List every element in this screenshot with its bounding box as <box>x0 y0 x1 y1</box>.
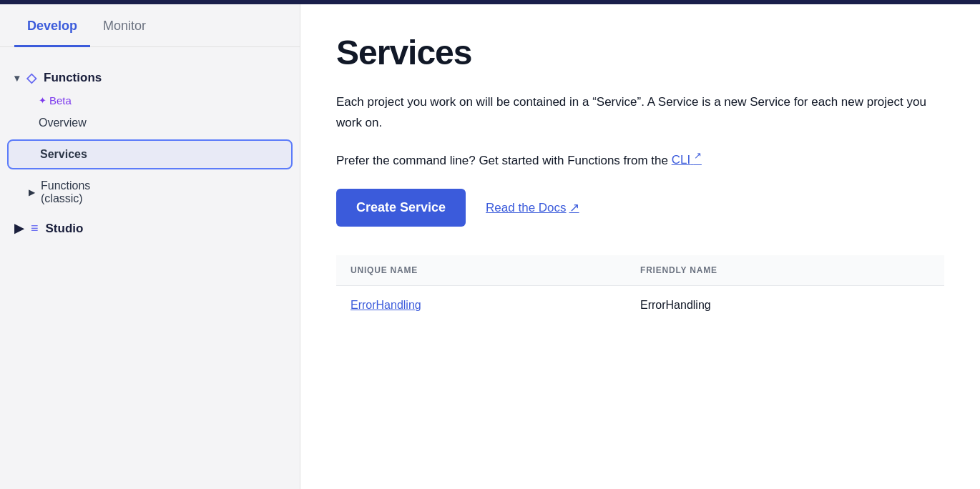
external-link-icon: ↗ <box>694 151 702 162</box>
nav-functions-classic-label: Functions(classic) <box>41 179 90 205</box>
chevron-down-icon: ▾ <box>14 72 19 84</box>
cli-link[interactable]: CLI ↗ <box>672 153 702 167</box>
sidebar-tabs: Develop Monitor <box>0 4 300 47</box>
service-link[interactable]: ErrorHandling <box>351 299 421 311</box>
tab-develop[interactable]: Develop <box>14 4 90 47</box>
nav-functions-classic[interactable]: ▶ Functions(classic) <box>0 172 300 212</box>
col-friendly-name: FRIENDLY NAME <box>640 265 930 275</box>
nav-section-functions: ▾ ◇ Functions ✦ Beta Overview Services ▶… <box>0 47 300 212</box>
read-docs-link[interactable]: Read the Docs ↗ <box>486 200 579 215</box>
beta-badge: ✦ Beta <box>0 92 300 109</box>
nav-functions-label: Functions <box>44 71 102 85</box>
tab-monitor[interactable]: Monitor <box>90 4 159 47</box>
external-link-icon-docs: ↗ <box>569 200 579 215</box>
cell-friendly-name: ErrorHandling <box>640 299 930 312</box>
col-unique-name: UNIQUE NAME <box>351 265 640 275</box>
table-row: ErrorHandling ErrorHandling <box>336 286 944 325</box>
functions-icon: ◇ <box>26 70 36 86</box>
beta-star-icon: ✦ <box>39 95 46 106</box>
cli-label: CLI <box>672 153 690 167</box>
top-stripe <box>0 0 980 4</box>
cli-description: Prefer the command line? Get started wit… <box>336 151 944 168</box>
read-docs-label: Read the Docs <box>486 201 566 215</box>
main-content: Services Each project you work on will b… <box>300 0 980 489</box>
nav-functions-header[interactable]: ▾ ◇ Functions <box>0 64 300 92</box>
cell-unique-name: ErrorHandling <box>351 299 640 312</box>
create-service-button[interactable]: Create Service <box>336 189 466 227</box>
chevron-right-icon: ▶ <box>14 221 24 236</box>
nav-studio-header[interactable]: ▶ ≡ Studio <box>0 212 300 244</box>
nav-studio-label: Studio <box>46 222 84 236</box>
description-text: Each project you work on will be contain… <box>336 92 944 134</box>
arrow-right-icon: ▶ <box>29 187 35 197</box>
services-table: UNIQUE NAME FRIENDLY NAME ErrorHandling … <box>336 255 944 325</box>
beta-label: Beta <box>49 94 72 107</box>
studio-icon: ≡ <box>31 221 39 236</box>
nav-overview[interactable]: Overview <box>0 109 300 137</box>
table-header: UNIQUE NAME FRIENDLY NAME <box>336 255 944 286</box>
nav-services[interactable]: Services <box>7 139 293 169</box>
sidebar: Develop Monitor ▾ ◇ Functions ✦ Beta Ove… <box>0 0 300 489</box>
page-title: Services <box>336 33 944 72</box>
action-row: Create Service Read the Docs ↗ <box>336 189 944 227</box>
cli-description-text: Prefer the command line? Get started wit… <box>336 153 668 167</box>
